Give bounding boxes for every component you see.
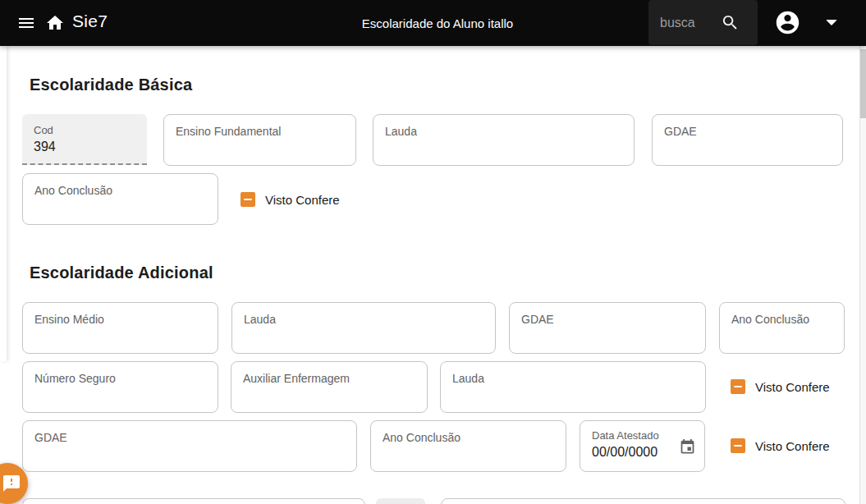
field-partial-filled[interactable] <box>376 498 425 504</box>
account-circle-icon[interactable] <box>774 9 801 36</box>
calendar-icon[interactable] <box>679 438 696 456</box>
visto-confere-checkbox-adicional-1[interactable]: Visto Confere <box>731 379 830 394</box>
field-data-atestado[interactable]: Data Atestado 00/00/0000 <box>580 420 705 472</box>
field-lauda-adicional-2[interactable]: Lauda <box>440 361 706 413</box>
field-gdae-adicional-2[interactable]: GDAE <box>22 420 357 472</box>
checkbox-label[interactable]: Visto Confere <box>755 380 830 394</box>
field-partial-2[interactable] <box>441 498 845 504</box>
field-label: Ano Conclusão <box>731 313 832 327</box>
checkbox-indeterminate-icon[interactable] <box>731 379 745 394</box>
field-label: Ano Conclusão <box>34 184 206 198</box>
field-label: Auxiliar Enfermagem <box>243 372 415 386</box>
visto-confere-checkbox-basica[interactable]: Visto Confere <box>241 192 340 207</box>
field-lauda-adicional-1[interactable]: Lauda <box>231 302 496 354</box>
field-label: GDAE <box>664 125 831 139</box>
search-icon[interactable] <box>721 13 740 32</box>
field-ano-conclusao-adicional-2[interactable]: Ano Conclusão <box>370 420 566 472</box>
checkbox-indeterminate-icon[interactable] <box>241 192 255 207</box>
field-label: Ensino Fundamental <box>176 125 344 139</box>
field-label: GDAE <box>521 313 694 327</box>
scrollbar-thumb[interactable] <box>860 49 866 118</box>
field-value: 394 <box>34 140 135 154</box>
checkbox-label[interactable]: Visto Confere <box>265 193 340 207</box>
field-ensino-medio[interactable]: Ensino Médio <box>22 302 218 354</box>
field-gdae-basica[interactable]: GDAE <box>652 114 843 166</box>
checkbox-indeterminate-icon[interactable] <box>731 438 745 453</box>
field-label: Ano Conclusão <box>383 431 554 445</box>
field-ano-conclusao-basica[interactable]: Ano Conclusão <box>22 173 218 225</box>
app-bar: Sie7 Escolaridade do Aluno itallo <box>0 0 866 46</box>
field-label: Número Seguro <box>34 372 206 386</box>
field-value: 00/00/0000 <box>592 445 693 460</box>
field-label: Cod <box>34 123 135 137</box>
field-ensino-fundamental[interactable]: Ensino Fundamental <box>163 114 356 166</box>
section-title-basica: Escolaridade Básica <box>30 76 192 94</box>
field-lauda-basica[interactable]: Lauda <box>373 114 635 166</box>
page-title: Escolaridade do Aluno itallo <box>362 16 513 30</box>
checkbox-label[interactable]: Visto Confere <box>755 439 830 453</box>
field-label: Lauda <box>385 125 622 139</box>
field-label: GDAE <box>34 431 345 445</box>
field-label: Lauda <box>452 372 694 386</box>
feedback-bubble-icon <box>2 474 21 493</box>
app-title: Sie7 <box>72 11 108 31</box>
search-input[interactable] <box>660 0 717 45</box>
field-ano-conclusao-adicional-1[interactable]: Ano Conclusão <box>719 302 845 354</box>
field-label: Data Atestado <box>592 428 693 442</box>
drawer-edge <box>0 46 7 361</box>
field-cod[interactable]: Cod 394 <box>22 114 147 165</box>
visto-confere-checkbox-adicional-2[interactable]: Visto Confere <box>731 438 830 453</box>
menu-icon[interactable] <box>16 13 36 33</box>
app-window: Sie7 Escolaridade do Aluno itallo Escola… <box>0 0 866 504</box>
field-label: Lauda <box>244 313 483 327</box>
chevron-down-icon[interactable] <box>826 20 837 25</box>
field-numero-seguro[interactable]: Número Seguro <box>22 361 218 413</box>
field-gdae-adicional-1[interactable]: GDAE <box>509 302 706 354</box>
home-icon[interactable] <box>45 13 65 33</box>
search-box[interactable] <box>648 0 758 45</box>
field-partial-1[interactable] <box>22 498 365 504</box>
field-auxiliar-enfermagem[interactable]: Auxiliar Enfermagem <box>231 361 428 413</box>
section-title-adicional: Escolaridade Adicional <box>30 263 213 282</box>
field-label: Ensino Médio <box>34 313 206 327</box>
